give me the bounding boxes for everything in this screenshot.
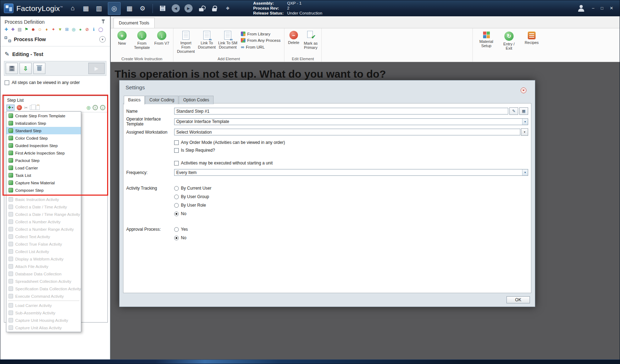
save-step-button[interactable] (6, 63, 18, 74)
without-starting-unit-checkbox[interactable]: Activities may be executed without start… (174, 161, 528, 166)
filter-icon[interactable]: ▼ (58, 27, 62, 32)
checkbox-icon[interactable] (174, 148, 179, 153)
save-icon[interactable] (159, 4, 167, 13)
back-icon[interactable]: ◀ (172, 4, 180, 12)
info-icon[interactable]: ℹ (92, 27, 96, 32)
tab-basics[interactable]: Basics (124, 96, 145, 105)
forward-icon[interactable]: ▶ (184, 4, 193, 12)
menu-item-guided-inspection-step[interactable]: Guided Inspection Step (6, 142, 81, 149)
minimize-button[interactable]: – (592, 6, 594, 11)
is-step-required-checkbox[interactable]: Is Step Required? (174, 148, 528, 153)
close-dialog-button[interactable]: ✕ (521, 88, 526, 93)
menu-item-packout-step[interactable]: Packout Step (6, 157, 81, 164)
any-order-mode-checkbox[interactable]: Any Order Mode (Activities can be viewed… (174, 140, 528, 145)
tools-icon[interactable]: ✦ (51, 27, 56, 32)
import-button[interactable]: ⇩ (20, 63, 32, 74)
users-icon[interactable]: ☻ (31, 27, 35, 32)
any-order-checkbox[interactable]: All steps can be viewed in any order (0, 78, 110, 87)
radio-approval-yes[interactable]: Yes (174, 227, 188, 232)
process-search-icon[interactable]: ⌖ (223, 4, 232, 13)
maximize-button[interactable]: □ (601, 6, 603, 11)
checkbox-icon[interactable] (5, 80, 9, 85)
material-setup-button[interactable]: Material Setup (477, 30, 496, 62)
link-to-sm-document-button[interactable]: ∞ Link To SM Document (217, 30, 238, 50)
process-flow-header[interactable]: Process Flow ▾ (0, 34, 110, 45)
documents-icon[interactable]: ▦ (125, 4, 134, 13)
operator-interface-template-select[interactable]: Operator Interface Template ▼ (174, 118, 528, 125)
frequency-select[interactable]: Every Item ▼ (174, 169, 528, 176)
delete-element-button[interactable]: − Delete (287, 30, 301, 46)
user-icon-small[interactable]: ☺ (38, 27, 42, 32)
checkbox-icon[interactable] (174, 161, 179, 166)
rich-text-editor-button[interactable]: ✎ (509, 107, 518, 115)
mark-as-primary-button[interactable]: ✔ Mark as Primary (302, 30, 319, 51)
print-icon[interactable]: ▤ (17, 27, 22, 32)
from-v7-button[interactable]: ↓ From V7 (153, 30, 171, 46)
radio-by-current-user[interactable]: By Current User (174, 186, 211, 191)
ring-icon[interactable]: ◯ (98, 27, 103, 32)
workstation-dropdown-button[interactable]: ▼ (521, 128, 528, 136)
zoom-icon[interactable]: ◎ (87, 105, 90, 110)
radio-tracking-no[interactable]: No (174, 211, 211, 216)
radio-icon[interactable] (174, 227, 179, 232)
menu-item-capture-new-material[interactable]: Capture New Material (6, 179, 81, 186)
from-any-process-button[interactable]: From Any Process (241, 38, 281, 43)
block-icon[interactable]: ⊘ (85, 27, 89, 32)
tab-document-tools[interactable]: Document Tools (114, 18, 155, 28)
target-icon[interactable]: ◎ (71, 27, 76, 32)
entry-exit-button[interactable]: ↻ Entry / Exit (500, 30, 518, 62)
process-definition-icon[interactable]: ◎ (108, 2, 121, 15)
menu-item-load-carrier[interactable]: Load Carrier (6, 164, 81, 172)
name-input[interactable]: Standard Step #1 (174, 108, 508, 114)
remove-step-button[interactable]: − (17, 105, 22, 110)
unlock-icon[interactable] (197, 4, 206, 13)
add-step-button[interactable]: ✚ ▾ (6, 105, 15, 111)
radio-icon[interactable] (174, 195, 179, 199)
assigned-workstation-input[interactable]: Select Workstation (174, 129, 520, 135)
delete-button[interactable] (33, 63, 45, 74)
menu-item-standard-step[interactable]: Standard Step (6, 127, 81, 134)
virtual-keyboard-button[interactable]: ▦ (519, 107, 528, 115)
move-up-button[interactable]: ↑ (93, 105, 98, 110)
from-template-button[interactable]: ↓ From Template (133, 30, 151, 51)
from-library-button[interactable]: From Library (241, 32, 281, 36)
favorites-icon[interactable]: ❖ (11, 27, 15, 32)
new-button[interactable]: + New (113, 30, 131, 46)
flag-icon[interactable]: ⚑ (24, 27, 29, 32)
chevron-down-icon[interactable]: ▼ (522, 169, 528, 175)
close-window-button[interactable]: ✕ (610, 6, 613, 11)
menu-item-create-step-from-template[interactable]: Create Step From Template (6, 112, 81, 119)
import-from-document-button[interactable]: Import From Document (176, 30, 196, 55)
menu-item-color-coded-step[interactable]: Color Coded Step (6, 134, 81, 142)
home-icon[interactable]: ⌂ (68, 4, 77, 13)
shipping-icon[interactable]: ▥ (95, 4, 103, 13)
radio-icon[interactable] (174, 186, 179, 191)
key-icon[interactable]: ♦ (44, 27, 49, 32)
radio-by-user-role[interactable]: By User Role (174, 203, 211, 208)
link-to-document-button[interactable]: ∞ Link To Document (198, 30, 216, 50)
tab-color-coding[interactable]: Color Coding (145, 96, 178, 104)
menu-item-initialization-step[interactable]: Initialization Step (6, 119, 81, 127)
radio-icon[interactable] (174, 203, 179, 208)
menu-item-composer-step[interactable]: Composer Step (6, 186, 81, 194)
add-icon[interactable]: ✚ (4, 27, 9, 32)
pin-icon[interactable] (101, 19, 106, 24)
radio-approval-no[interactable]: No (174, 235, 188, 240)
tree-icon[interactable]: ⊞ (65, 27, 69, 32)
user-icon[interactable] (577, 4, 586, 13)
settings-gear-icon[interactable]: ⚙ (138, 4, 147, 13)
globe-icon[interactable]: ● (78, 27, 83, 32)
radio-selected-icon[interactable] (174, 212, 179, 216)
chevron-down-icon[interactable]: ▼ (522, 119, 528, 125)
menu-item-task-list[interactable]: Task List (6, 172, 81, 179)
menu-item-first-article-inspection-step[interactable]: First Article Inspection Step (6, 149, 81, 157)
forms-icon[interactable]: ▦ (82, 4, 90, 13)
recipes-button[interactable]: Recipes (522, 30, 541, 62)
tab-option-codes[interactable]: Option Codes (179, 96, 213, 104)
lock-icon[interactable] (210, 4, 219, 13)
ok-button[interactable]: OK (506, 296, 530, 303)
radio-selected-icon[interactable] (174, 236, 179, 240)
from-url-button[interactable]: ∞ From URL (241, 44, 281, 50)
radio-by-user-group[interactable]: By User Group (174, 194, 211, 199)
collapse-chevron-icon[interactable]: ▾ (99, 36, 106, 43)
